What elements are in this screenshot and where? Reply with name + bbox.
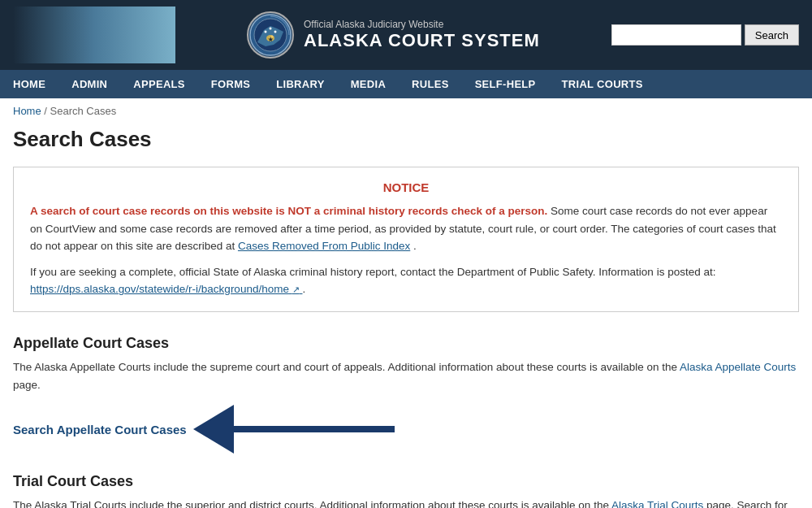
notice-period: . — [413, 240, 417, 252]
search-button[interactable]: Search — [745, 24, 799, 46]
appellate-desc1: The Alaska Appellate Courts include the … — [13, 361, 680, 373]
arrow-head-icon — [193, 405, 234, 454]
arrow-line — [232, 426, 395, 432]
main-nav: HOME ADMIN APPEALS FORMS LIBRARY MEDIA R… — [0, 70, 812, 98]
logo: ★ — [247, 11, 294, 59]
alaska-appellate-link[interactable]: Alaska Appellate Courts — [680, 361, 796, 373]
appellate-arrow — [193, 405, 395, 454]
breadcrumb-home[interactable]: Home — [13, 105, 41, 117]
notice-para2: If you are seeking a complete, official … — [30, 266, 715, 278]
breadcrumb-current: Search Cases — [50, 105, 117, 117]
header: ★ Official Alaska Judiciary Website ALAS… — [0, 0, 812, 70]
header-text: Official Alaska Judiciary Website ALASKA… — [304, 19, 540, 51]
site-title: ALASKA COURT SYSTEM — [304, 30, 540, 51]
appellate-section: Appellate Court Cases The Alaska Appella… — [13, 335, 799, 454]
search-input[interactable] — [611, 24, 741, 46]
trial-section: Trial Court Cases The Alaska Trial Court… — [13, 473, 799, 508]
notice-title: NOTICE — [30, 180, 782, 194]
svg-point-5 — [274, 31, 277, 33]
external-icon: ↗ — [292, 284, 300, 294]
appellate-desc: The Alaska Appellate Courts include the … — [13, 358, 799, 393]
search-area: Search — [611, 24, 799, 46]
alaska-trial-link[interactable]: Alaska Trial Courts — [611, 499, 703, 508]
nav-media[interactable]: MEDIA — [338, 70, 399, 98]
trial-title: Trial Court Cases — [13, 473, 799, 490]
official-label: Official Alaska Judiciary Website — [304, 19, 540, 30]
search-appellate-link[interactable]: Search Appellate Court Cases — [13, 423, 187, 436]
nav-forms[interactable]: FORMS — [198, 70, 263, 98]
notice-bold: A search of court case records on this w… — [30, 205, 547, 217]
notice-period2: . — [302, 283, 305, 295]
appellate-title: Appellate Court Cases — [13, 335, 799, 352]
cases-removed-link[interactable]: Cases Removed From Public Index — [238, 240, 410, 252]
dps-link[interactable]: https://dps.alaska.gov/statewide/r-i/bac… — [30, 283, 302, 295]
dps-link-text: https://dps.alaska.gov/statewide/r-i/bac… — [30, 283, 289, 295]
svg-point-3 — [265, 31, 267, 33]
breadcrumb: Home / Search Cases — [0, 98, 812, 124]
nav-trial-courts[interactable]: TRIAL COURTS — [549, 70, 656, 98]
main-content: Search Cases NOTICE A search of court ca… — [0, 124, 812, 508]
breadcrumb-separator: / — [44, 105, 50, 117]
notice-paragraph-2: If you are seeking a complete, official … — [30, 263, 782, 298]
nav-self-help[interactable]: SELF-HELP — [462, 70, 549, 98]
appellate-desc2: page. — [13, 379, 41, 391]
notice-paragraph-1: A search of court case records on this w… — [30, 202, 782, 255]
trial-desc1: The Alaska Trial Courts include the supe… — [13, 499, 611, 508]
notice-box: NOTICE A search of court case records on… — [13, 167, 799, 312]
nav-admin[interactable]: ADMIN — [58, 70, 120, 98]
nav-library[interactable]: LIBRARY — [263, 70, 337, 98]
page-title: Search Cases — [13, 127, 799, 152]
nav-home[interactable]: HOME — [0, 70, 58, 98]
nav-rules[interactable]: RULES — [399, 70, 462, 98]
header-left: ★ Official Alaska Judiciary Website ALAS… — [247, 11, 540, 59]
appellate-search-row: Search Appellate Court Cases — [13, 405, 799, 454]
trial-desc: The Alaska Trial Courts include the supe… — [13, 497, 799, 508]
nav-appeals[interactable]: APPEALS — [120, 70, 198, 98]
svg-text:★: ★ — [268, 37, 274, 42]
svg-point-4 — [270, 28, 272, 30]
